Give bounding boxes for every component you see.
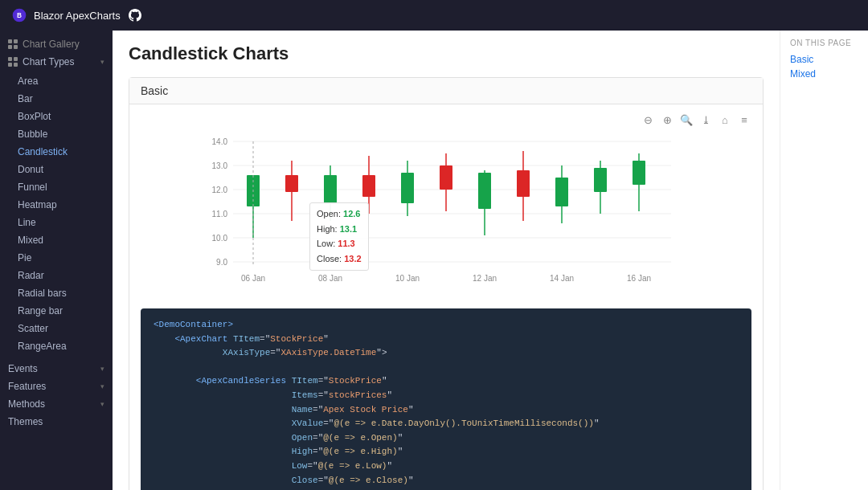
blazor-icon: B [11, 7, 27, 23]
main-content: Candlestick Charts Basic ⊖ ⊕ 🔍 ⤓ ⌂ ≡ [113, 31, 780, 490]
candlestick-chart: Open: 12.6 High: 13.1 Low: 11.3 Close: 1… [141, 130, 751, 291]
svg-rect-25 [285, 175, 298, 192]
sidebar-item-radial-bars[interactable]: Radial bars [0, 284, 113, 302]
svg-text:06 Jan: 06 Jan [241, 274, 265, 283]
svg-rect-3 [14, 39, 18, 43]
menu-btn[interactable]: ≡ [737, 112, 751, 127]
sidebar-item-chart-gallery[interactable]: Chart Gallery [0, 35, 113, 53]
svg-rect-41 [594, 168, 607, 192]
chart-svg: 14.0 13.0 12.0 11.0 10.0 9.0 [205, 130, 687, 291]
basic-section: Basic ⊖ ⊕ 🔍 ⤓ ⌂ ≡ Open: 12.6 High: 13.1 [129, 77, 764, 490]
methods-chevron: ▾ [100, 400, 104, 408]
sidebar-item-boxplot[interactable]: BoxPlot [0, 108, 113, 125]
sidebar-item-bubble[interactable]: Bubble [0, 125, 113, 143]
github-icon[interactable] [129, 9, 141, 22]
svg-rect-35 [478, 173, 491, 209]
chart-types-icon [8, 57, 18, 67]
sidebar-item-heatmap[interactable]: Heatmap [0, 196, 113, 214]
sidebar-item-area[interactable]: Area [0, 72, 113, 90]
svg-text:10.0: 10.0 [212, 234, 228, 243]
svg-text:9.0: 9.0 [216, 258, 227, 267]
code-block-1: <DemoContainer> <ApexChart TItem="StockP… [141, 308, 751, 490]
app-header: B Blazor ApexCharts [0, 0, 868, 31]
svg-text:11.0: 11.0 [212, 210, 228, 218]
zoom-reset-btn[interactable]: 🔍 [679, 112, 694, 127]
sidebar-item-range-bar[interactable]: Range bar [0, 302, 113, 320]
chart-container: ⊖ ⊕ 🔍 ⤓ ⌂ ≡ Open: 12.6 High: 13.1 Low: 1… [129, 104, 763, 302]
svg-text:16 Jan: 16 Jan [627, 274, 651, 283]
zoom-out-btn[interactable]: ⊖ [641, 112, 655, 127]
chevron-icon: ▾ [100, 58, 104, 66]
svg-rect-37 [517, 170, 530, 197]
svg-rect-31 [401, 173, 414, 203]
right-panel: ON THIS PAGE Basic Mixed [780, 31, 868, 490]
sidebar-item-scatter[interactable]: Scatter [0, 320, 113, 337]
sidebar-item-chart-types[interactable]: Chart Types ▾ [0, 53, 113, 71]
chart-toolbar: ⊖ ⊕ 🔍 ⤓ ⌂ ≡ [141, 112, 751, 127]
download-btn[interactable]: ⤓ [698, 112, 713, 127]
zoom-in-btn[interactable]: ⊕ [660, 112, 674, 127]
svg-text:12 Jan: 12 Jan [473, 274, 497, 283]
svg-text:B: B [17, 11, 22, 19]
svg-rect-39 [555, 178, 568, 206]
sidebar-item-funnel[interactable]: Funnel [0, 178, 113, 196]
sidebar-item-line[interactable]: Line [0, 214, 113, 231]
page-title: Candlestick Charts [129, 43, 764, 64]
svg-rect-8 [8, 63, 12, 67]
sidebar-item-donut[interactable]: Donut [0, 161, 113, 178]
svg-text:13.0: 13.0 [212, 161, 228, 170]
on-this-page-label: ON THIS PAGE [790, 39, 858, 47]
right-panel-link-basic[interactable]: Basic [790, 54, 858, 65]
svg-text:08 Jan: 08 Jan [318, 274, 342, 283]
events-chevron: ▾ [100, 365, 104, 373]
svg-rect-7 [14, 57, 18, 61]
home-btn[interactable]: ⌂ [718, 112, 732, 127]
sidebar-item-features[interactable]: Features ▾ [0, 378, 113, 395]
svg-text:14.0: 14.0 [212, 137, 228, 146]
basic-section-header: Basic [129, 78, 763, 104]
svg-rect-5 [14, 45, 18, 49]
svg-rect-43 [633, 161, 645, 185]
app-title: Blazor ApexCharts [34, 10, 121, 22]
svg-rect-29 [362, 175, 375, 197]
sidebar-item-themes[interactable]: Themes [0, 413, 113, 431]
svg-rect-9 [14, 63, 18, 67]
svg-rect-33 [440, 165, 452, 190]
sidebar: Chart Gallery Chart Types ▾ Area Bar Box [0, 31, 113, 490]
sidebar-item-events[interactable]: Events ▾ [0, 360, 113, 378]
sidebar-item-methods[interactable]: Methods ▾ [0, 395, 113, 413]
sidebar-item-range-area[interactable]: RangeArea [0, 337, 113, 355]
features-chevron: ▾ [100, 382, 104, 390]
svg-text:12.0: 12.0 [212, 186, 228, 194]
sidebar-item-pie[interactable]: Pie [0, 249, 113, 267]
svg-text:10 Jan: 10 Jan [395, 274, 420, 283]
svg-rect-27 [324, 175, 337, 204]
svg-rect-4 [8, 45, 12, 49]
right-panel-link-mixed[interactable]: Mixed [790, 68, 858, 80]
svg-text:14 Jan: 14 Jan [550, 274, 574, 283]
sidebar-item-radar[interactable]: Radar [0, 267, 113, 284]
svg-rect-6 [8, 57, 12, 61]
sidebar-item-bar[interactable]: Bar [0, 90, 113, 108]
sidebar-item-candlestick[interactable]: Candlestick [0, 143, 113, 161]
svg-rect-2 [8, 39, 12, 43]
grid-icon [8, 39, 18, 49]
sidebar-item-mixed[interactable]: Mixed [0, 231, 113, 249]
